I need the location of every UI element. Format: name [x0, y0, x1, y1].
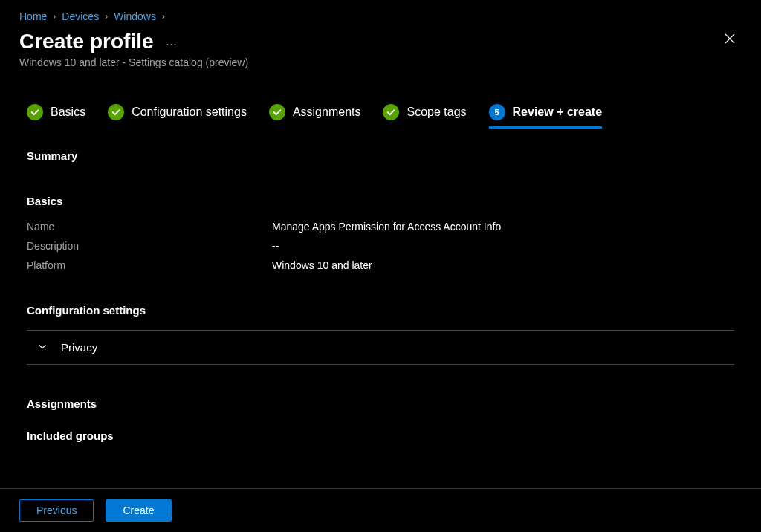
assignments-heading: Assignments: [27, 398, 734, 410]
platform-value: Windows 10 and later: [272, 259, 372, 271]
step-basics[interactable]: Basics: [27, 104, 85, 129]
breadcrumb-windows[interactable]: Windows: [114, 10, 156, 22]
step-number-badge: 5: [489, 104, 505, 120]
step-scope-tags[interactable]: Scope tags: [383, 104, 466, 129]
breadcrumb-devices[interactable]: Devices: [62, 10, 99, 22]
step-label: Review + create: [513, 106, 603, 119]
summary-heading: Summary: [27, 149, 734, 162]
basics-heading: Basics: [27, 195, 734, 207]
step-review-create[interactable]: 5 Review + create: [489, 104, 603, 129]
step-configuration-settings[interactable]: Configuration settings: [108, 104, 247, 129]
basics-name-row: Name Manage Apps Permission for Access A…: [27, 221, 734, 233]
check-icon: [383, 104, 399, 120]
chevron-right-icon: ›: [162, 11, 165, 22]
step-label: Assignments: [293, 106, 361, 119]
step-label: Scope tags: [407, 106, 466, 119]
platform-label: Platform: [27, 259, 272, 271]
name-label: Name: [27, 221, 272, 233]
privacy-label: Privacy: [61, 341, 97, 354]
check-icon: [269, 104, 285, 120]
step-assignments[interactable]: Assignments: [269, 104, 361, 129]
basics-platform-row: Platform Windows 10 and later: [27, 259, 734, 271]
chevron-right-icon: ›: [105, 11, 108, 22]
page-title: Create profile: [19, 30, 154, 53]
chevron-down-icon: [37, 341, 48, 354]
config-settings-heading: Configuration settings: [27, 304, 734, 317]
check-icon: [108, 104, 124, 120]
breadcrumb-home[interactable]: Home: [19, 10, 47, 22]
previous-button[interactable]: Previous: [19, 499, 94, 522]
footer-actions: Previous Create: [0, 488, 761, 532]
more-actions-button[interactable]: …: [166, 35, 179, 48]
name-value: Manage Apps Permission for Access Accoun…: [272, 221, 501, 233]
privacy-expander[interactable]: Privacy: [27, 330, 734, 365]
description-label: Description: [27, 240, 272, 252]
close-icon: [724, 33, 736, 45]
close-button[interactable]: [718, 30, 742, 51]
page-subtitle: Windows 10 and later - Settings catalog …: [19, 56, 248, 68]
check-icon: [27, 104, 43, 120]
chevron-right-icon: ›: [53, 11, 56, 22]
step-label: Basics: [51, 106, 85, 119]
summary-content: Summary Basics Name Manage Apps Permissi…: [0, 149, 761, 442]
basics-description-row: Description --: [27, 240, 734, 252]
create-button[interactable]: Create: [106, 499, 171, 522]
breadcrumb: Home › Devices › Windows ›: [0, 0, 761, 24]
included-groups-heading: Included groups: [27, 429, 734, 442]
step-label: Configuration settings: [132, 106, 247, 119]
page-header: Create profile … Windows 10 and later - …: [0, 24, 761, 71]
description-value: --: [272, 240, 279, 252]
wizard-steps: Basics Configuration settings Assignment…: [0, 71, 761, 136]
